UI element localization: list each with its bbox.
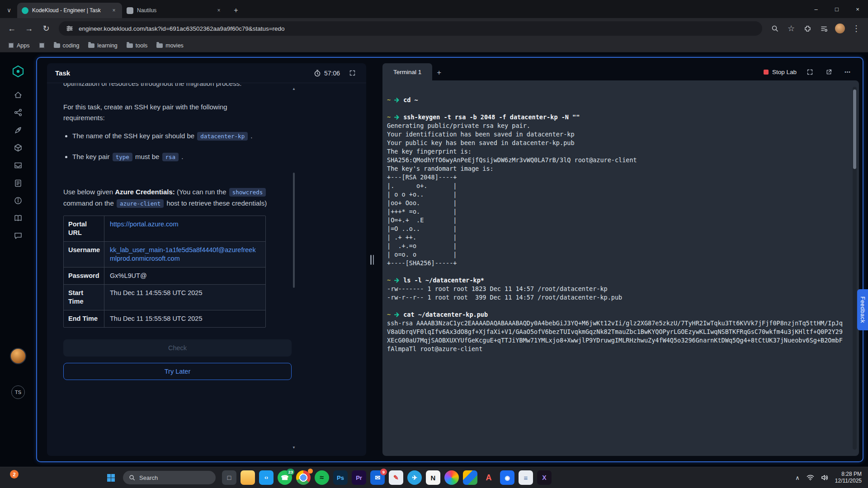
bookmark-folder[interactable]: tools — [123, 41, 151, 50]
apps-grid-shortcut[interactable] — [35, 41, 48, 50]
chrome-icon[interactable] — [296, 470, 311, 485]
photos-icon[interactable]: ◉ — [500, 470, 514, 485]
credential-label: Portal URL — [64, 216, 104, 241]
taskbar-clock[interactable]: 8:28 PM 12/11/2025 — [835, 471, 862, 484]
cube-icon[interactable] — [13, 143, 23, 153]
color-wheel-icon[interactable] — [444, 470, 459, 485]
terminal-actions: Stop Lab ••• — [764, 66, 859, 80]
terminal-line: ~|. o+. | — [387, 182, 843, 190]
prompt-tilde: ~ — [387, 310, 391, 319]
new-tab-button[interactable]: + — [230, 4, 242, 17]
forward-icon[interactable]: → — [22, 21, 36, 36]
expand-terminal-icon[interactable] — [804, 66, 816, 78]
app-window-icon[interactable]: □ — [222, 470, 236, 485]
user-avatar[interactable] — [10, 348, 26, 364]
credential-label: Start Time — [64, 285, 104, 310]
bookmark-star-icon[interactable]: ☆ — [784, 21, 798, 36]
lab-frame: Task 57:06 optimization of resources thr… — [36, 57, 863, 462]
scroll-up-icon[interactable]: ▲ — [291, 87, 297, 91]
docs-icon[interactable] — [13, 213, 23, 223]
task-scrollbar[interactable]: ▲ ▼ — [291, 87, 297, 450]
bookmark-folder[interactable]: coding — [50, 41, 83, 50]
terminal-tab[interactable]: Terminal 1 — [382, 63, 432, 80]
apps-shortcut[interactable]: Apps — [5, 41, 33, 50]
notes-app-icon[interactable]: ✎ — [389, 470, 403, 485]
feedback-tab[interactable]: Feedback — [857, 289, 868, 330]
more-options-icon[interactable]: ••• — [842, 66, 854, 78]
clock-time: 8:28 PM — [835, 471, 862, 478]
terminal-scrollbar[interactable] — [853, 87, 857, 450]
mail-icon[interactable]: ✉ 9 — [370, 470, 385, 485]
credential-label: Password — [64, 267, 104, 284]
kodekloud-logo[interactable] — [11, 64, 25, 79]
volume-icon[interactable] — [821, 474, 828, 481]
media-controls-icon[interactable] — [816, 21, 831, 36]
clipboard-icon[interactable] — [13, 178, 23, 188]
credentials-table: Portal URL https://portal.azure.com User… — [63, 216, 266, 328]
search-page-icon[interactable] — [768, 21, 782, 36]
profile-initials-badge[interactable]: TS — [11, 385, 25, 399]
profile-avatar[interactable] — [833, 21, 847, 36]
vscode-icon[interactable]: ‹› — [259, 470, 274, 485]
start-button[interactable] — [103, 470, 118, 485]
minimize-button[interactable]: – — [806, 0, 826, 18]
scroll-down-icon[interactable]: ▼ — [291, 446, 297, 450]
workflow-icon[interactable] — [13, 108, 23, 117]
whatsapp-icon[interactable]: ☎ 23 — [278, 470, 292, 485]
terminal-body[interactable]: ~cd ~ ~ ~ssh-keygen -t rsa -b 2048 -f da… — [382, 80, 859, 456]
rocket-icon[interactable] — [13, 125, 23, 135]
drive-icon[interactable] — [463, 470, 477, 485]
site-info-icon[interactable] — [65, 24, 74, 33]
notion-icon[interactable]: N — [426, 470, 440, 485]
task-panel: Task 57:06 optimization of resources thr… — [47, 63, 366, 456]
bookmark-folder[interactable]: movies — [153, 41, 187, 50]
wifi-icon[interactable] — [807, 474, 814, 481]
terminal-line: ~| o o +o.. | — [387, 190, 843, 199]
premiere-icon[interactable]: Pr — [352, 470, 366, 485]
open-in-new-icon[interactable] — [823, 66, 835, 78]
maximize-button[interactable]: □ — [826, 0, 847, 18]
x-app-icon[interactable]: X — [537, 470, 552, 485]
terminal-line: ~| o=o. o | — [387, 250, 843, 259]
menu-icon[interactable]: ⋮ — [849, 21, 863, 36]
apps-grid-icon — [8, 42, 14, 48]
a-app-icon[interactable]: A — [481, 470, 496, 485]
home-icon[interactable] — [13, 90, 23, 100]
notification-count-badge[interactable]: 2 — [10, 470, 19, 479]
telegram-icon[interactable]: ✈ — [407, 470, 422, 485]
new-terminal-button[interactable]: + — [432, 65, 446, 80]
taskbar-search[interactable]: Search — [123, 471, 216, 484]
tray-chevron-icon[interactable]: ∧ — [795, 474, 800, 481]
search-icon — [129, 474, 135, 481]
extensions-icon[interactable] — [800, 21, 815, 36]
credentials-row: Start Time Thu Dec 11 14:55:58 UTC 2025 — [64, 285, 265, 310]
address-bar[interactable]: engineer.kodekloud.com/task?id=691ac6350… — [59, 21, 762, 36]
prompt-tilde: ~ — [387, 113, 391, 122]
tab-search-icon[interactable]: ∨ — [4, 5, 14, 15]
try-later-button[interactable]: Try Later — [63, 363, 292, 380]
scrollbar-thumb[interactable] — [293, 173, 295, 288]
scrollbar-thumb[interactable] — [853, 89, 856, 169]
check-button[interactable]: Check — [63, 339, 292, 357]
tab-close-icon[interactable]: × — [110, 7, 118, 14]
notepad-icon[interactable]: ≡ — [519, 470, 533, 485]
tab-kodekloud[interactable]: KodeKloud - Engineer | Task × — [17, 3, 122, 18]
reload-icon[interactable]: ↻ — [39, 21, 53, 36]
expand-task-icon[interactable] — [346, 67, 358, 79]
info-icon[interactable] — [13, 196, 23, 206]
credential-value: Thu Dec 11 14:55:58 UTC 2025 — [104, 285, 265, 310]
credential-value: Gx%L9UT@ — [104, 267, 265, 284]
inbox-icon[interactable] — [13, 160, 23, 170]
back-icon[interactable]: ← — [5, 21, 19, 36]
chat-icon[interactable] — [13, 231, 23, 241]
terminal-line: ~ls -l ~/datacenter-kp* — [387, 276, 843, 285]
spotify-icon[interactable]: ≈ — [315, 470, 329, 485]
tab-nautilus[interactable]: Nautilus × — [122, 3, 227, 18]
bookmark-folder[interactable]: learning — [85, 41, 121, 50]
file-explorer-icon[interactable] — [241, 470, 255, 485]
tab-close-icon[interactable]: × — [215, 7, 222, 14]
photoshop-icon[interactable]: Ps — [333, 470, 348, 485]
close-button[interactable]: × — [847, 0, 868, 18]
stop-lab-button[interactable]: Stop Lab — [764, 69, 797, 75]
panel-split-handle[interactable] — [370, 253, 374, 266]
